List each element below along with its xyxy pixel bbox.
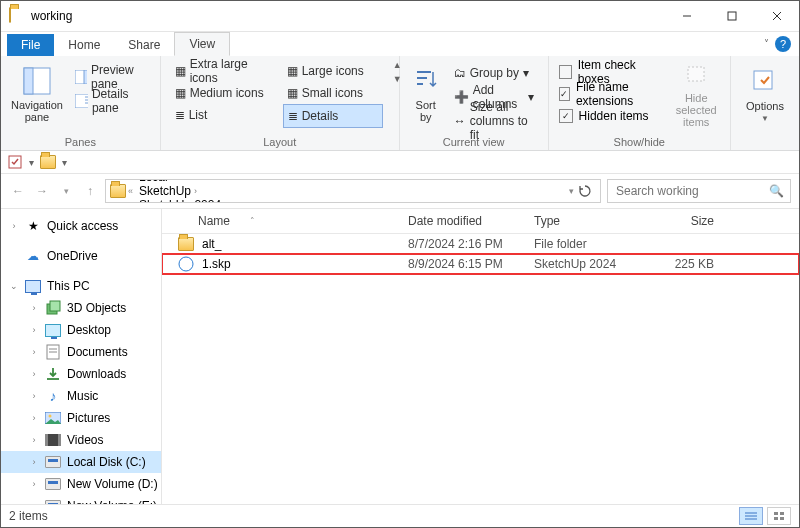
svg-rect-16 [754,71,772,89]
svg-rect-15 [688,67,704,81]
col-date[interactable]: Date modified [408,214,534,228]
group-label-current-view: Current view [410,134,538,148]
svg-rect-33 [774,512,778,515]
status-bar: 2 items [1,504,799,527]
group-label-layout: Layout [171,134,389,148]
col-size[interactable]: Size [634,214,732,228]
sort-indicator-icon: ˄ [250,216,255,226]
svg-point-25 [49,415,52,418]
file-icon [178,256,194,272]
breadcrumb-item[interactable]: SketchUp› [135,184,231,198]
layout-list[interactable]: ≣ List [171,104,283,126]
file-row[interactable]: 1.skp8/9/2024 6:15 PMSketchUp 2024225 KB [162,254,799,274]
view-details-button[interactable] [739,507,763,525]
sidebar-item-icon [45,432,61,448]
nav-back-button[interactable]: ← [9,184,27,198]
size-columns-button[interactable]: ↔ Size all columns to fit [450,110,538,132]
sidebar-item[interactable]: ›Videos [1,429,161,451]
layout-xl-icons[interactable]: ▦ Extra large icons [171,60,283,82]
svg-rect-5 [24,68,33,94]
hide-selected-icon [680,60,712,90]
close-button[interactable] [754,1,799,31]
navigation-pane-label: Navigation pane [11,99,63,123]
drive-icon [45,476,61,492]
file-row[interactable]: alt_8/7/2024 2:16 PMFile folder [162,234,799,254]
breadcrumb-item[interactable]: SketchUp 2024› [135,198,231,203]
tab-share[interactable]: Share [114,34,174,56]
navigation-pane-button[interactable]: Navigation pane [11,60,63,128]
sidebar-drive[interactable]: ›Local Disk (C:) [1,451,161,473]
minimize-button[interactable] [664,1,709,31]
search-box[interactable]: 🔍 [607,179,791,203]
layout-md-icons[interactable]: ▦ Medium icons [171,82,283,104]
file-icon [178,236,194,252]
search-input[interactable] [614,183,748,199]
sidebar-drive[interactable]: ›New Volume (E:) [1,495,161,504]
navigation-sidebar[interactable]: ›★Quick access ☁OneDrive ⌄This PC ›3D Ob… [1,209,162,504]
search-icon[interactable]: 🔍 [769,184,784,198]
sidebar-item[interactable]: ›Documents [1,341,161,363]
hide-selected-button[interactable]: Hide selected items [672,60,720,128]
sidebar-onedrive[interactable]: ☁OneDrive [1,245,161,267]
chk-file-extensions[interactable]: ✓File name extensions [559,84,665,104]
options-button[interactable]: Options ▼ [741,60,789,128]
this-pc-icon [25,278,41,294]
layout-sm-icons[interactable]: ▦ Small icons [283,82,381,104]
sidebar-item[interactable]: ›Downloads [1,363,161,385]
qat-properties-icon[interactable] [7,154,23,170]
column-headers[interactable]: Name˄ Date modified Type Size [162,209,799,234]
ribbon-tabs: File Home Share View ˅ ? [1,32,799,56]
sidebar-drive[interactable]: ›New Volume (D:) [1,473,161,495]
quick-access-icon: ★ [25,218,41,234]
svg-rect-27 [45,434,48,446]
window-title: working [31,9,72,23]
svg-rect-28 [58,434,61,446]
svg-point-29 [179,257,193,271]
ribbon-collapse-icon[interactable]: ˅ [764,38,769,49]
tab-home[interactable]: Home [54,34,114,56]
svg-rect-34 [780,512,784,515]
sidebar-item[interactable]: ›♪Music [1,385,161,407]
chk-hidden-items[interactable]: ✓Hidden items [559,106,665,126]
qat-folder-icon[interactable] [40,154,56,170]
group-label-panes: Panes [11,134,150,148]
maximize-button[interactable] [709,1,754,31]
layout-lg-icons[interactable]: ▦ Large icons [283,60,381,82]
folder-icon [9,8,25,24]
refresh-icon[interactable] [578,184,592,198]
sort-by-button[interactable]: Sort by [410,60,442,128]
options-icon [749,66,781,98]
help-icon[interactable]: ? [775,36,791,52]
breadcrumb-folder-icon [110,183,126,199]
details-pane-button[interactable]: Details pane [71,90,150,112]
file-list: Name˄ Date modified Type Size alt_8/7/20… [162,209,799,504]
nav-up-button[interactable]: ↑ [81,184,99,198]
nav-forward-button[interactable]: → [33,184,51,198]
sidebar-this-pc[interactable]: ⌄This PC [1,275,161,297]
view-thumbnails-button[interactable] [767,507,791,525]
sidebar-item[interactable]: ›Desktop [1,319,161,341]
onedrive-icon: ☁ [25,248,41,264]
layout-details[interactable]: ≣ Details [283,104,383,128]
preview-pane-button[interactable]: Preview pane [71,66,150,88]
sidebar-item-icon [45,410,61,426]
col-name[interactable]: Name [198,214,230,228]
tab-view[interactable]: View [174,32,230,56]
chk-item-check-boxes[interactable]: Item check boxes [559,62,665,82]
status-text: 2 items [9,509,48,523]
svg-rect-35 [774,517,778,520]
breadcrumb[interactable]: « CSS›AppData›Local›SketchUp›SketchUp 20… [105,179,601,203]
sidebar-item[interactable]: ›Pictures [1,407,161,429]
group-by-button[interactable]: 🗂 Group by ▾ [450,62,538,84]
col-type[interactable]: Type [534,214,634,228]
sidebar-item-icon: ♪ [45,388,61,404]
address-dropdown-icon[interactable]: ▾ [569,186,574,196]
sidebar-item[interactable]: ›3D Objects [1,297,161,319]
svg-rect-8 [75,94,88,108]
tab-file[interactable]: File [7,34,54,56]
sidebar-quick-access[interactable]: ›★Quick access [1,215,161,237]
qat-dropdown2-icon[interactable]: ▾ [62,157,67,168]
ribbon: Navigation pane Preview pane Details pan… [1,56,799,151]
qat-dropdown-icon[interactable]: ▾ [29,157,34,168]
nav-recent-button[interactable]: ▾ [57,186,75,196]
